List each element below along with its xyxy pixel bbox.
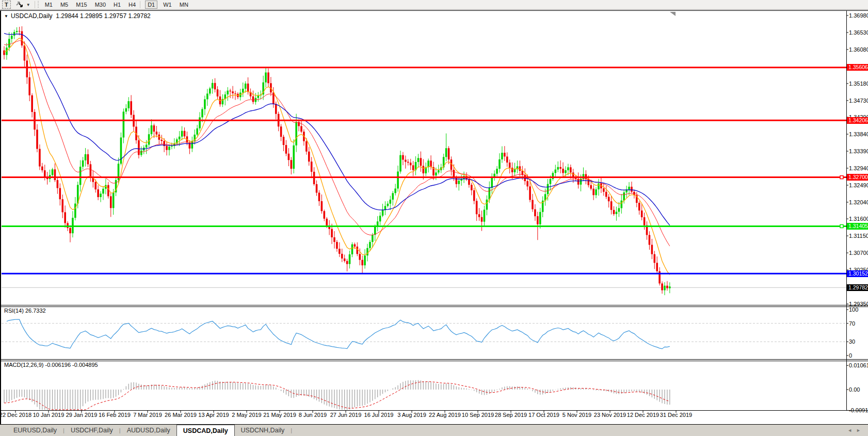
hline-price-chip: 1.30152 [847, 270, 868, 277]
macd-axis-tick-label: 0.00 [849, 386, 860, 393]
date-axis-label: 16 Feb 2019 [99, 412, 131, 418]
chart-ohlc-values: 1.29844 1.29895 1.29757 1.29782 [56, 12, 151, 20]
price-axis-tick-label: 1.36080 [849, 46, 868, 53]
chart-tab-usdcnh[interactable]: USDCNH,Daily [235, 425, 291, 436]
hline-price-chip: 1.32700 [847, 174, 868, 181]
rsi-axis-tick-label: 30 [849, 338, 855, 345]
date-axis-label: 10 Sep 2019 [462, 412, 494, 418]
date-axis-label: 22 Aug 2019 [429, 412, 461, 418]
date-axis-label: 10 Jan 2019 [33, 412, 65, 418]
date-axis-label: 31 Dec 2019 [660, 412, 692, 418]
price-axis-tick-label: 1.32940 [849, 165, 868, 171]
mt4-terminal: { "toolbar": { "text_tool_label": "T", "… [0, 0, 868, 436]
chart-tab-usdcad[interactable]: USDCAD,Daily [176, 425, 235, 436]
chart-canvas[interactable] [0, 0, 868, 436]
price-axis-tick-label: 1.36980 [849, 12, 868, 19]
hline-price-chip: 1.31405 [847, 223, 868, 230]
date-axis-label: 21 May 2019 [263, 412, 296, 418]
chart-symbol-period: USDCAD,Daily [11, 12, 53, 20]
rsi-axis-tick-label: 100 [849, 306, 858, 313]
price-axis-tick-label: 1.33840 [849, 131, 868, 137]
current-price-chip: 1.29782 [847, 284, 868, 291]
date-axis-label: 23 Nov 2019 [594, 412, 626, 418]
price-axis-tick-label: 1.34730 [849, 98, 868, 104]
price-axis-tick-label: 1.32040 [849, 199, 868, 205]
rsi-axis-tick-label: 70 [849, 320, 855, 327]
chart-menu-triangle-icon[interactable]: ▼ [4, 14, 8, 19]
tab-scroll-buttons: ◄► [847, 428, 865, 433]
tab-scroll-left[interactable]: ◄ [847, 428, 856, 433]
date-axis-label: 5 Nov 2019 [562, 412, 591, 418]
date-axis-label: 7 Mar 2019 [133, 412, 162, 418]
date-axis-label: 29 Jan 2019 [66, 412, 98, 418]
hline-price-chip: 1.35606 [847, 64, 868, 71]
chart-tab-bar: EURUSD,Daily|USDCHF,Daily|AUDUSD,DailyUS… [0, 425, 868, 436]
macd-axis-tick-label: 0.010615 [849, 362, 868, 368]
date-axis-label: 16 Jul 2019 [364, 412, 394, 418]
chart-tab-eurusd[interactable]: EURUSD,Daily [7, 425, 63, 436]
hline-price-chip: 1.34206 [847, 117, 868, 124]
date-axis-label: 17 Oct 2019 [528, 412, 559, 418]
chart-title: ▼USDCAD,Daily 1.29844 1.29895 1.29757 1.… [4, 12, 151, 20]
price-axis-tick-label: 1.31600 [849, 216, 868, 222]
price-axis-tick-label: 1.31150 [849, 233, 868, 239]
date-axis-label: 3 Aug 2019 [397, 412, 426, 418]
date-axis-label: 22 Dec 2018 [0, 412, 31, 418]
date-axis-label: 26 Mar 2019 [165, 412, 197, 418]
price-axis-tick-label: 1.35180 [849, 80, 868, 87]
macd-label: MACD(12,26,9) -0.006196 -0.004895 [4, 362, 98, 368]
date-axis-label: 2 May 2019 [232, 412, 261, 418]
macd-axis-tick-label: -0.009183 [849, 407, 868, 413]
tab-scroll-right[interactable]: ► [856, 428, 865, 433]
rsi-axis-tick-label: 0 [849, 352, 852, 359]
price-axis-tick-label: 1.36530 [849, 29, 868, 36]
date-axis-label: 27 Jun 2019 [330, 412, 362, 418]
rsi-label: RSI(14) 26.7332 [4, 308, 46, 314]
price-axis-tick-label: 1.33390 [849, 148, 868, 154]
date-axis-label: 12 Dec 2019 [627, 412, 659, 418]
price-axis-tick-label: 1.30700 [849, 250, 868, 256]
chart-tab-usdchf[interactable]: USDCHF,Daily [65, 425, 119, 436]
date-axis-label: 13 Apr 2019 [198, 412, 229, 418]
date-axis-label: 28 Sep 2019 [495, 412, 527, 418]
date-axis-label: 8 Jun 2019 [299, 412, 327, 418]
chart-tab-audusd[interactable]: AUDUSD,Daily [121, 425, 176, 436]
tab-separator: | [291, 425, 292, 436]
price-axis-tick-label: 1.32490 [849, 182, 868, 188]
